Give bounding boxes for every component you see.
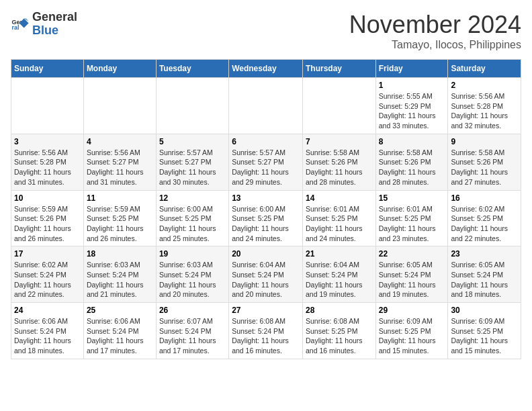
header-monday: Monday (83, 60, 156, 78)
week-row-0: 1Sunrise: 5:55 AM Sunset: 5:29 PM Daylig… (11, 78, 521, 134)
header-friday: Friday (375, 60, 448, 78)
day-number: 6 (232, 137, 300, 146)
calendar-cell: 2Sunrise: 5:56 AM Sunset: 5:28 PM Daylig… (448, 78, 521, 134)
day-info: Sunrise: 5:56 AM Sunset: 5:28 PM Dayligh… (14, 148, 81, 187)
calendar-cell (229, 78, 303, 134)
day-number: 8 (379, 137, 445, 146)
calendar-cell: 14Sunrise: 6:01 AM Sunset: 5:25 PM Dayli… (302, 190, 375, 246)
day-info: Sunrise: 6:00 AM Sunset: 5:25 PM Dayligh… (232, 204, 300, 244)
calendar-cell: 29Sunrise: 6:09 AM Sunset: 5:25 PM Dayli… (375, 303, 448, 359)
day-info: Sunrise: 5:58 AM Sunset: 5:26 PM Dayligh… (306, 148, 373, 187)
calendar-cell (11, 78, 84, 134)
header-wednesday: Wednesday (229, 60, 303, 78)
day-info: Sunrise: 5:56 AM Sunset: 5:27 PM Dayligh… (87, 148, 153, 187)
day-number: 22 (379, 249, 445, 259)
day-number: 25 (87, 306, 153, 315)
day-number: 3 (14, 137, 81, 146)
day-number: 16 (451, 193, 518, 203)
calendar-cell: 18Sunrise: 6:03 AM Sunset: 5:24 PM Dayli… (83, 246, 156, 303)
day-number: 27 (232, 306, 300, 315)
calendar-cell: 5Sunrise: 5:57 AM Sunset: 5:27 PM Daylig… (156, 134, 228, 190)
day-info: Sunrise: 5:58 AM Sunset: 5:26 PM Dayligh… (451, 148, 518, 187)
day-info: Sunrise: 5:59 AM Sunset: 5:26 PM Dayligh… (14, 204, 81, 244)
day-info: Sunrise: 6:04 AM Sunset: 5:24 PM Dayligh… (232, 260, 300, 300)
day-number: 26 (159, 306, 226, 315)
calendar-cell: 27Sunrise: 6:08 AM Sunset: 5:24 PM Dayli… (229, 303, 303, 359)
calendar-cell: 11Sunrise: 5:59 AM Sunset: 5:25 PM Dayli… (83, 190, 156, 246)
calendar-cell: 10Sunrise: 5:59 AM Sunset: 5:26 PM Dayli… (11, 190, 84, 246)
day-number: 18 (87, 249, 153, 259)
day-number: 23 (451, 249, 518, 259)
day-number: 24 (14, 306, 81, 315)
calendar-cell: 23Sunrise: 6:05 AM Sunset: 5:24 PM Dayli… (448, 246, 521, 303)
day-number: 20 (232, 249, 300, 259)
calendar-cell: 16Sunrise: 6:02 AM Sunset: 5:25 PM Dayli… (448, 190, 521, 246)
calendar-cell: 17Sunrise: 6:02 AM Sunset: 5:24 PM Dayli… (11, 246, 84, 303)
header-saturday: Saturday (448, 60, 521, 78)
day-info: Sunrise: 5:59 AM Sunset: 5:25 PM Dayligh… (87, 204, 153, 244)
day-number: 2 (451, 81, 518, 90)
day-info: Sunrise: 6:02 AM Sunset: 5:24 PM Dayligh… (14, 260, 81, 300)
day-number: 13 (232, 193, 300, 203)
day-info: Sunrise: 5:56 AM Sunset: 5:28 PM Dayligh… (451, 91, 518, 131)
day-number: 1 (379, 81, 445, 90)
day-info: Sunrise: 6:06 AM Sunset: 5:24 PM Dayligh… (87, 316, 153, 356)
logo-text: General Blue (32, 11, 77, 38)
calendar-cell: 20Sunrise: 6:04 AM Sunset: 5:24 PM Dayli… (229, 246, 303, 303)
location-title: Tamayo, Ilocos, Philippines (349, 39, 521, 51)
header-sunday: Sunday (11, 60, 84, 78)
day-number: 11 (87, 193, 153, 203)
calendar-cell: 3Sunrise: 5:56 AM Sunset: 5:28 PM Daylig… (11, 134, 84, 190)
calendar-cell: 24Sunrise: 6:06 AM Sunset: 5:24 PM Dayli… (11, 303, 84, 359)
day-number: 9 (451, 137, 518, 146)
calendar-cell: 4Sunrise: 5:56 AM Sunset: 5:27 PM Daylig… (83, 134, 156, 190)
day-number: 15 (379, 193, 445, 203)
day-number: 30 (451, 306, 518, 315)
day-number: 17 (14, 249, 81, 259)
day-info: Sunrise: 5:55 AM Sunset: 5:29 PM Dayligh… (379, 91, 445, 131)
day-info: Sunrise: 6:03 AM Sunset: 5:24 PM Dayligh… (159, 260, 226, 300)
calendar-cell: 15Sunrise: 6:01 AM Sunset: 5:25 PM Dayli… (375, 190, 448, 246)
day-info: Sunrise: 6:03 AM Sunset: 5:24 PM Dayligh… (87, 260, 153, 300)
calendar-cell: 6Sunrise: 5:57 AM Sunset: 5:27 PM Daylig… (229, 134, 303, 190)
calendar-cell: 1Sunrise: 5:55 AM Sunset: 5:29 PM Daylig… (375, 78, 448, 134)
day-info: Sunrise: 6:01 AM Sunset: 5:25 PM Dayligh… (379, 204, 445, 244)
calendar-cell: 9Sunrise: 5:58 AM Sunset: 5:26 PM Daylig… (448, 134, 521, 190)
page-header: Gene ral General Blue November 2024 Tama… (11, 11, 521, 51)
day-info: Sunrise: 6:05 AM Sunset: 5:24 PM Dayligh… (379, 260, 445, 300)
day-number: 21 (306, 249, 373, 259)
day-info: Sunrise: 6:00 AM Sunset: 5:25 PM Dayligh… (159, 204, 226, 244)
day-info: Sunrise: 6:09 AM Sunset: 5:25 PM Dayligh… (379, 316, 445, 356)
calendar-cell (83, 78, 156, 134)
logo-blue-text: Blue (32, 24, 77, 38)
calendar-table: SundayMondayTuesdayWednesdayThursdayFrid… (11, 59, 521, 359)
calendar-cell: 22Sunrise: 6:05 AM Sunset: 5:24 PM Dayli… (375, 246, 448, 303)
day-number: 4 (87, 137, 153, 146)
day-number: 12 (159, 193, 226, 203)
day-info: Sunrise: 6:07 AM Sunset: 5:24 PM Dayligh… (159, 316, 226, 356)
day-number: 29 (379, 306, 445, 315)
calendar-cell: 25Sunrise: 6:06 AM Sunset: 5:24 PM Dayli… (83, 303, 156, 359)
day-number: 28 (306, 306, 373, 315)
day-info: Sunrise: 5:57 AM Sunset: 5:27 PM Dayligh… (159, 148, 226, 187)
day-info: Sunrise: 6:08 AM Sunset: 5:24 PM Dayligh… (232, 316, 300, 356)
calendar-cell (156, 78, 228, 134)
calendar-cell: 28Sunrise: 6:08 AM Sunset: 5:25 PM Dayli… (302, 303, 375, 359)
calendar-cell: 26Sunrise: 6:07 AM Sunset: 5:24 PM Dayli… (156, 303, 228, 359)
day-info: Sunrise: 5:57 AM Sunset: 5:27 PM Dayligh… (232, 148, 300, 187)
calendar-cell (302, 78, 375, 134)
week-row-1: 3Sunrise: 5:56 AM Sunset: 5:28 PM Daylig… (11, 134, 521, 190)
week-row-3: 17Sunrise: 6:02 AM Sunset: 5:24 PM Dayli… (11, 246, 521, 303)
week-row-2: 10Sunrise: 5:59 AM Sunset: 5:26 PM Dayli… (11, 190, 521, 246)
day-info: Sunrise: 6:06 AM Sunset: 5:24 PM Dayligh… (14, 316, 81, 356)
month-title: November 2024 (349, 11, 521, 39)
calendar-cell: 30Sunrise: 6:09 AM Sunset: 5:25 PM Dayli… (448, 303, 521, 359)
calendar-cell: 19Sunrise: 6:03 AM Sunset: 5:24 PM Dayli… (156, 246, 228, 303)
calendar-cell: 21Sunrise: 6:04 AM Sunset: 5:24 PM Dayli… (302, 246, 375, 303)
day-number: 14 (306, 193, 373, 203)
day-info: Sunrise: 6:02 AM Sunset: 5:25 PM Dayligh… (451, 204, 518, 244)
calendar-cell: 7Sunrise: 5:58 AM Sunset: 5:26 PM Daylig… (302, 134, 375, 190)
day-number: 5 (159, 137, 226, 146)
day-info: Sunrise: 6:04 AM Sunset: 5:24 PM Dayligh… (306, 260, 373, 300)
logo: Gene ral General Blue (11, 11, 77, 38)
